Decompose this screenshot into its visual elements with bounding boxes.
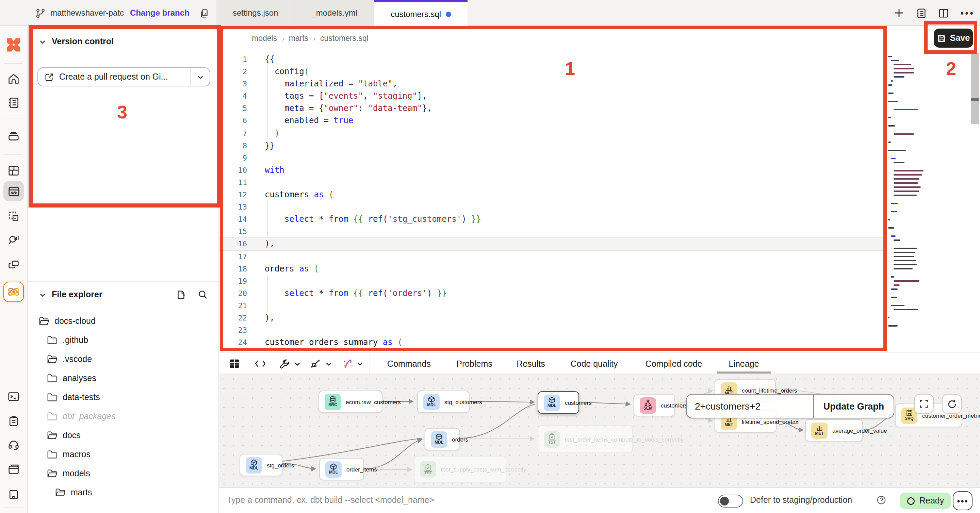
panel-tab-results[interactable]: Results: [517, 353, 545, 374]
code-line-16[interactable]: 16),: [219, 238, 883, 250]
panel-tab-problems[interactable]: Problems: [456, 353, 492, 374]
scrollbar-thumb[interactable]: [971, 53, 979, 124]
code-line-4[interactable]: 4 tags = ["events", "staging"],: [219, 90, 885, 102]
lineage-node-order_items[interactable]: MDLorder_items: [319, 458, 364, 480]
code-line-11[interactable]: 11: [219, 176, 885, 189]
code-line-19[interactable]: 19: [219, 275, 885, 287]
notebook-icon[interactable]: [7, 96, 20, 109]
code-editor-icon[interactable]: [3, 181, 24, 202]
code-line-17[interactable]: 17: [219, 250, 885, 262]
code-line-21[interactable]: 21: [219, 299, 885, 311]
code-line-6[interactable]: 6 enabled = true: [219, 114, 885, 127]
code-line-2[interactable]: 2 config(: [219, 65, 885, 78]
help-icon[interactable]: [877, 495, 886, 505]
copilot-atom-icon[interactable]: [3, 282, 24, 302]
code-line-20[interactable]: 20 select * from {{ ref('orders') }}: [219, 287, 885, 299]
code-line-15[interactable]: 15: [219, 226, 885, 238]
lineage-node-stg_customers[interactable]: MDLstg_customers: [417, 391, 469, 413]
code-line-8[interactable]: 8}}: [219, 139, 885, 151]
notebook-icon[interactable]: [916, 7, 927, 19]
terminal-icon[interactable]: [7, 390, 20, 403]
lineage-node-orders[interactable]: MDLorders: [425, 428, 460, 450]
minimap[interactable]: [888, 56, 928, 329]
editor-scrollbar[interactable]: [970, 26, 980, 353]
file-tree-item-data-tests[interactable]: data-tests: [28, 388, 218, 407]
lineage-node-average_order_value[interactable]: METaverage_order_value: [805, 419, 863, 442]
lineage-node-test_order_items_compute_to_bools_correctly[interactable]: TSTtest_order_items_compute_to_bools_cor…: [538, 425, 633, 453]
building-icon[interactable]: [8, 489, 20, 501]
file-explorer-header[interactable]: File explorer: [39, 290, 102, 299]
plus-icon[interactable]: [894, 8, 905, 18]
file-tree-item-.github[interactable]: .github: [28, 331, 218, 350]
code-line-10[interactable]: 10with: [219, 164, 885, 176]
code-line-3[interactable]: 3 materialized = "table",: [219, 78, 885, 90]
windows-icon[interactable]: [7, 258, 20, 271]
lineage-node-ecom.raw_customers[interactable]: SRCecom.raw_customers: [318, 391, 382, 413]
wrench-icon[interactable]: [279, 353, 301, 374]
clipboard-icon[interactable]: [8, 415, 20, 427]
panel-tab-commands[interactable]: Commands: [387, 353, 431, 374]
file-tree-item-analyses[interactable]: analyses: [28, 369, 218, 388]
headset-icon[interactable]: [7, 438, 20, 451]
editor-tab-_models.yml[interactable]: _models.yml: [295, 0, 374, 26]
panel-tab-lineage[interactable]: Lineage: [729, 353, 759, 374]
new-file-icon[interactable]: [176, 290, 186, 300]
lineage-node-customers[interactable]: SEMcustomers: [633, 394, 675, 416]
code-line-24[interactable]: 24customer_orders_summary as (: [219, 336, 885, 348]
branch-name[interactable]: matthewshaver-patc: [50, 8, 124, 18]
more-options-button[interactable]: •••: [953, 491, 972, 510]
code-line-1[interactable]: 1{{: [219, 53, 885, 65]
magic-pen-icon[interactable]: [342, 353, 363, 374]
refresh-button[interactable]: [942, 394, 962, 414]
panel-tab-compiled-code[interactable]: Compiled code: [646, 353, 702, 374]
code-line-23[interactable]: 23: [219, 324, 885, 336]
save-button[interactable]: Save: [934, 29, 973, 48]
fullscreen-button[interactable]: [914, 394, 934, 414]
breadcrumb-item[interactable]: models: [252, 34, 277, 42]
lineage-selector-input[interactable]: 2+customers+2: [687, 395, 813, 418]
code-line-18[interactable]: 18orders as (: [219, 262, 885, 275]
command-input[interactable]: Type a command, ex. dbt build --select <…: [227, 495, 434, 505]
lineage-canvas[interactable]: SRCecom.raw_customersMDLstg_customersMDL…: [219, 373, 980, 487]
code-line-13[interactable]: 13: [219, 201, 885, 213]
editor-tab-settings.json[interactable]: settings.json: [216, 0, 295, 26]
code-line-9[interactable]: 9: [219, 152, 885, 164]
breadcrumb-item[interactable]: customers.sql: [320, 34, 369, 42]
split-panel-icon[interactable]: [938, 7, 950, 19]
code-line-5[interactable]: 5 meta = {"owner": "data-team"},: [219, 102, 885, 114]
lineage-node-stg_orders[interactable]: MDLstg_orders: [240, 454, 282, 476]
file-tree-item-dbt_packages[interactable]: dbt_packages: [28, 407, 218, 426]
dashboard-icon[interactable]: [7, 164, 20, 177]
panel-tab-code-quality[interactable]: Code quality: [571, 353, 618, 374]
drawer-icon[interactable]: [7, 130, 20, 143]
lineage-node-customers[interactable]: MDLcustomers: [538, 391, 579, 414]
code-line-14[interactable]: 14 select * from {{ ref('stg_customers')…: [219, 213, 885, 225]
code-lines[interactable]: 1{{2 config(3 materialized = "table",4 t…: [219, 53, 885, 349]
editor-tab-customers.sql[interactable]: customers.sql: [374, 0, 468, 26]
table-icon[interactable]: [229, 353, 240, 374]
code-line-7[interactable]: 7 ): [219, 127, 885, 139]
file-tree-item-docs[interactable]: docs: [28, 426, 218, 445]
pull-request-dropdown-chevron[interactable]: [191, 68, 210, 86]
code-icon[interactable]: [255, 353, 266, 374]
change-branch-link[interactable]: Change branch: [130, 8, 189, 18]
create-pull-request-button[interactable]: Create a pull request on Gi...: [37, 67, 210, 86]
home-icon[interactable]: [7, 73, 20, 86]
search-icon[interactable]: [198, 290, 208, 300]
file-tree-item-docs-cloud[interactable]: docs-cloud: [28, 311, 218, 331]
version-control-header[interactable]: Version control: [39, 37, 114, 46]
code-line-12[interactable]: 12customers as (: [219, 189, 885, 201]
breadcrumb-item[interactable]: marts: [289, 34, 309, 42]
lineage-node-test_supply_costs_sum_correctly[interactable]: TSTtest_supply_costs_sum_correctly: [414, 456, 506, 483]
file-tree-item-marts[interactable]: marts: [28, 483, 218, 502]
file-tree-item-.vscode[interactable]: .vscode: [28, 350, 218, 369]
ellipsis-icon[interactable]: •••: [961, 8, 975, 18]
update-graph-button[interactable]: Update Graph: [813, 395, 894, 418]
file-tree-item-models[interactable]: models: [28, 464, 218, 483]
scrollbar-handle[interactable]: [971, 98, 979, 101]
file-tree-item-macros[interactable]: macros: [28, 445, 218, 464]
dbt-logo[interactable]: [5, 36, 22, 54]
query-analysis-icon[interactable]: [7, 234, 20, 247]
copy-icon[interactable]: [200, 8, 209, 18]
browser-icon[interactable]: [7, 463, 20, 476]
